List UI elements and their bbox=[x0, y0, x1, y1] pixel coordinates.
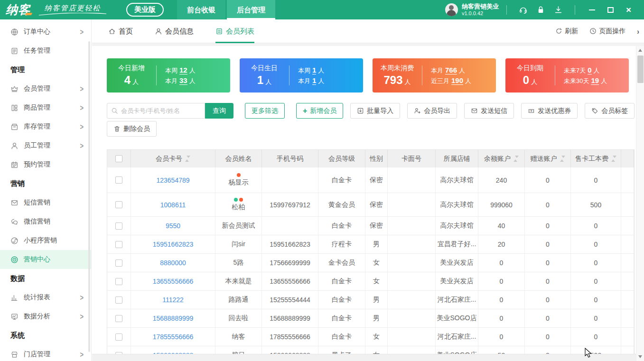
stat-value: 0人 bbox=[505, 74, 555, 87]
sort-icon[interactable] bbox=[560, 155, 565, 162]
tab-member[interactable]: 会员信息 bbox=[155, 19, 194, 43]
column-header[interactable]: 余额账户 bbox=[478, 150, 525, 167]
sort-icon[interactable] bbox=[513, 155, 519, 162]
member-card-link[interactable]: 15688889999 bbox=[131, 309, 215, 327]
close-button[interactable]: × bbox=[626, 5, 631, 14]
sidebar-item-label: 预约管理 bbox=[24, 160, 50, 169]
sidebar-item[interactable]: 订单中心> bbox=[0, 22, 91, 41]
sidebar-item[interactable]: 短信营销 bbox=[0, 193, 91, 212]
row-checkbox[interactable] bbox=[107, 328, 131, 346]
send-coupon-button[interactable]: ¥发送优惠券 bbox=[521, 103, 578, 119]
row-checkbox[interactable] bbox=[107, 167, 131, 193]
column-header[interactable]: 售卡工本费 bbox=[571, 150, 621, 167]
globe-icon bbox=[10, 28, 19, 36]
download-icon[interactable] bbox=[554, 5, 563, 14]
search-input[interactable] bbox=[121, 107, 201, 114]
member-gender: 男 bbox=[365, 235, 388, 253]
stat-detail: 本月1人 bbox=[298, 75, 363, 86]
sidebar-item-label: 会员管理 bbox=[24, 84, 50, 93]
row-checkbox[interactable] bbox=[107, 235, 131, 253]
refresh-button[interactable]: 刷新 bbox=[555, 27, 578, 36]
page-operations-button[interactable]: 页面操作 bbox=[589, 27, 625, 36]
member-card-link[interactable]: 123654789 bbox=[131, 167, 215, 193]
nav-back-management[interactable]: 后台管理 bbox=[227, 0, 275, 19]
member-gender: 女 bbox=[365, 346, 388, 354]
member-card-link[interactable]: 15866668888 bbox=[131, 346, 215, 354]
balance-account: 0 bbox=[478, 291, 525, 309]
sidebar-item[interactable]: 任务管理 bbox=[0, 41, 91, 60]
select-all-checkbox[interactable] bbox=[107, 150, 131, 167]
sidebar-item[interactable]: 库存管理> bbox=[0, 117, 91, 136]
sidebar-item[interactable]: 门店管理> bbox=[0, 345, 91, 361]
sidebar-item[interactable]: 小程序营销 bbox=[0, 231, 91, 250]
headset-icon[interactable] bbox=[519, 5, 528, 14]
member-store: 美业兴发店 bbox=[436, 272, 478, 290]
sidebar-section-label: 管理 bbox=[0, 60, 91, 79]
member-card-link[interactable]: 9550 bbox=[131, 217, 215, 235]
column-header[interactable]: 会员卡号 bbox=[131, 150, 215, 167]
member-phone: 13655556666 bbox=[262, 272, 318, 290]
row-checkbox[interactable] bbox=[107, 309, 131, 327]
row-checkbox[interactable] bbox=[107, 193, 131, 216]
scroll-down-icon[interactable] bbox=[638, 355, 642, 358]
scroll-up-icon[interactable] bbox=[638, 49, 642, 52]
member-card-link[interactable]: 13655556666 bbox=[131, 272, 215, 290]
row-checkbox[interactable] bbox=[107, 346, 131, 354]
member-card-link[interactable]: 1008611 bbox=[131, 193, 215, 216]
member-card-link[interactable]: 15951662823 bbox=[131, 235, 215, 253]
card-fee: 0 bbox=[571, 254, 621, 272]
row-checkbox[interactable] bbox=[107, 254, 131, 272]
sidebar-item[interactable]: 商品管理> bbox=[0, 98, 91, 117]
chevron-right-icon[interactable]: › bbox=[637, 27, 639, 36]
sidebar-item-label: 订单中心 bbox=[24, 28, 50, 36]
delete-member-button[interactable]: 删除会员 bbox=[107, 121, 157, 137]
table-row: 15866668888胶日15866668888黑卡了女美业SOGO店50050… bbox=[107, 346, 634, 354]
scrollbar-thumb[interactable] bbox=[637, 56, 644, 83]
member-level: 白金卡 bbox=[318, 167, 365, 193]
sidebar-item[interactable]: 统计报表> bbox=[0, 288, 91, 307]
list-icon bbox=[215, 28, 223, 35]
member-card-link[interactable]: 17855556666 bbox=[131, 328, 215, 346]
member-tag-button[interactable]: 会员标签 bbox=[585, 103, 635, 119]
member-phone: 15255554444 bbox=[262, 291, 318, 309]
column-header[interactable]: 赠送账户 bbox=[525, 150, 571, 167]
member-card-link[interactable]: 111222 bbox=[131, 291, 215, 309]
minimize-button[interactable] bbox=[589, 9, 595, 10]
more-filter-button[interactable]: 更多筛选 bbox=[245, 103, 285, 119]
vertical-scrollbar[interactable] bbox=[636, 46, 644, 361]
sort-icon[interactable] bbox=[185, 155, 190, 162]
sidebar-item[interactable]: 营销中心 bbox=[0, 250, 91, 269]
add-member-button[interactable]: +新增会员 bbox=[296, 103, 343, 119]
member-phone: 15688889999 bbox=[262, 309, 318, 327]
member-export-button[interactable]: 会员导出 bbox=[407, 103, 457, 119]
sidebar-item[interactable]: 员工管理> bbox=[0, 136, 91, 155]
stat-card: 本周未消费793人本月766人近三月190人 bbox=[373, 58, 496, 93]
horizontal-scrollbar[interactable] bbox=[92, 354, 636, 361]
row-checkbox[interactable] bbox=[107, 272, 131, 290]
member-gender: 女 bbox=[365, 272, 388, 290]
member-card-link[interactable]: 8880000 bbox=[131, 254, 215, 272]
sidebar-item[interactable]: 微信营销 bbox=[0, 212, 91, 231]
batch-import-button[interactable]: 批量导入 bbox=[350, 103, 400, 119]
member-gender: 男 bbox=[365, 309, 388, 327]
goods-icon bbox=[10, 104, 19, 112]
sidebar-item[interactable]: 会员管理> bbox=[0, 79, 91, 98]
gift-account: 0 bbox=[525, 217, 571, 235]
row-checkbox[interactable] bbox=[107, 217, 131, 235]
tab-list[interactable]: 会员列表 bbox=[215, 19, 254, 43]
tab-home[interactable]: 首页 bbox=[108, 19, 133, 43]
nav-front-cashier[interactable]: 前台收银 bbox=[177, 0, 225, 19]
maximize-button[interactable] bbox=[607, 7, 614, 13]
member-list-panel: 今日新增4人本周12人本月33人今日生日1人本周1人本月1人本周未消费793人本… bbox=[92, 46, 636, 361]
sidebar-item[interactable]: 数据分析> bbox=[0, 307, 91, 326]
search-icon bbox=[111, 107, 118, 114]
logo-accent bbox=[25, 13, 32, 15]
sort-icon[interactable] bbox=[611, 155, 616, 162]
lock-icon[interactable] bbox=[536, 5, 545, 14]
query-button[interactable]: 查询 bbox=[205, 103, 233, 119]
user-avatar[interactable] bbox=[445, 3, 458, 16]
send-sms-button[interactable]: 发送短信 bbox=[464, 103, 514, 119]
row-checkbox[interactable] bbox=[107, 291, 131, 309]
sidebar-item[interactable]: 预约管理 bbox=[0, 155, 91, 174]
sidebar-scrollbar[interactable] bbox=[88, 41, 90, 352]
